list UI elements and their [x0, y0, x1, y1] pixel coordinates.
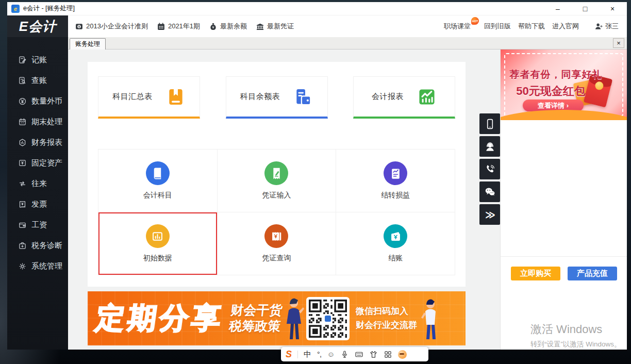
tile-circle — [264, 161, 288, 185]
sidebar-item-fixed-assets[interactable]: 固定资产 — [7, 153, 68, 173]
tile-circle — [384, 224, 407, 248]
doc-search-icon — [18, 76, 27, 85]
phone-icon — [484, 163, 496, 175]
keyboard-icon[interactable] — [355, 350, 363, 359]
sidebar-item-label: 固定资产 — [31, 158, 62, 168]
toolbar-item-standard[interactable]: 2013小企业会计准则 — [75, 22, 148, 31]
app-window: e e会计 - [账务处理] – □ × E会计 2013小企业会计准则 202… — [7, 2, 627, 350]
sidebar-item-label: 发票 — [31, 200, 47, 209]
toolbar-item-latest-balance[interactable]: 最新余额 — [209, 22, 247, 31]
sidebar-item-label: 工资 — [31, 220, 47, 230]
tile-accounting-subjects[interactable]: 会计科目 — [98, 150, 217, 212]
minimize-button[interactable]: – — [554, 5, 562, 13]
banner-headline: 定期分享 — [93, 299, 227, 338]
sidebar-item-label: 查账 — [31, 76, 47, 86]
sidebar-item-tax-diagnosis[interactable]: 税务诊断 — [7, 235, 68, 256]
balance-cards-icon — [293, 87, 313, 107]
service-icon — [484, 141, 496, 153]
tile-closing[interactable]: 结账 — [336, 212, 455, 275]
report-card-subject-balance[interactable]: 科目余额表 — [226, 76, 328, 119]
report-card-accounting-report[interactable]: 会计报表 — [353, 76, 455, 119]
ime-language-mode[interactable]: 中 — [304, 350, 311, 359]
apps-icon[interactable] — [384, 350, 392, 359]
tile-voucher-entry[interactable]: 凭证输入 — [218, 150, 336, 212]
tile-circle — [146, 161, 170, 185]
sidebar-item-transactions[interactable]: 往来 — [7, 173, 68, 194]
yen-circle-icon — [18, 97, 27, 106]
doc-yen-icon — [18, 159, 27, 168]
sidebar-item-financial-report[interactable]: 财务报表 — [7, 132, 68, 153]
medkit-icon — [18, 241, 27, 250]
ime-emoji-button[interactable]: ☺ — [327, 350, 335, 358]
watermark-line1: 激活 Windows — [530, 322, 621, 337]
tile-circle — [384, 161, 407, 185]
sidebar-item-label: 数量外币 — [31, 96, 62, 106]
main-content: 科目汇总表 科目余额表 会计报表 — [68, 49, 500, 350]
sidebar-item-payroll[interactable]: 工资 — [7, 214, 68, 235]
collapse-menu-button[interactable]: ≫ — [479, 204, 500, 225]
gear-icon — [18, 262, 27, 271]
sidebar-item-bookkeeping[interactable]: 记账 — [7, 49, 68, 70]
sidebar-item-label: 财务报表 — [31, 138, 62, 147]
link-career-class[interactable]: 职场课堂 HOT — [444, 22, 471, 31]
toolbar-item-latest-voucher[interactable]: 最新凭证 — [256, 22, 294, 31]
ime-divider — [297, 351, 298, 358]
content-card: 科目汇总表 科目余额表 会计报表 — [88, 62, 466, 287]
calendar-line-icon — [18, 118, 27, 126]
standard-badge-icon — [75, 22, 84, 31]
tab-close-button[interactable]: × — [613, 38, 624, 48]
mic-icon[interactable] — [340, 350, 349, 359]
wechat-contact-button[interactable] — [479, 181, 500, 202]
hot-badge: HOT — [471, 17, 479, 25]
sidebar-item-audit[interactable]: 查账 — [7, 70, 68, 91]
toolbar-item-label: 最新余额 — [220, 22, 247, 31]
report-card-label: 会计报表 — [372, 92, 404, 102]
tile-label: 结账 — [388, 254, 403, 263]
maximize-button[interactable]: □ — [581, 5, 589, 13]
report-shortcuts: 科目汇总表 科目余额表 会计报表 — [98, 76, 455, 119]
tile-voucher-query[interactable]: 凭证查询 — [218, 212, 336, 275]
phone-contact-button[interactable] — [479, 159, 500, 179]
close-button[interactable]: × — [608, 5, 617, 13]
link-old-version[interactable]: 回到旧版 — [484, 22, 511, 31]
buy-now-button[interactable]: 立即购买 — [511, 267, 560, 280]
wallet-icon — [18, 221, 27, 229]
ime-toolbar: S 中 °‚ ☺ — [281, 347, 428, 361]
hex-chart-icon — [18, 138, 27, 147]
sidebar-item-invoice[interactable]: 发票 — [7, 194, 68, 214]
watermark-line2: 转到“设置”以激活 Windows。 — [530, 340, 621, 349]
link-help-download[interactable]: 帮助下载 — [518, 22, 545, 31]
promo-banner[interactable]: 定期分享 财会干货 税筹政策 微信扫码加入 财会行业交流群 — [88, 291, 466, 345]
user-menu[interactable]: 张三 — [594, 22, 619, 31]
tab-account-processing[interactable]: 账务处理 — [70, 38, 106, 49]
panel-divider — [501, 256, 627, 257]
sidebar-item-quantity-currency[interactable]: 数量外币 — [7, 91, 68, 111]
window-title: e会计 - [账务处理] — [23, 4, 75, 13]
user-switch-icon — [594, 22, 603, 31]
qr-code — [306, 297, 350, 340]
tile-label: 初始数据 — [143, 254, 172, 263]
tile-initial-data[interactable]: 初始数据 — [98, 212, 217, 275]
person-illustration-left — [281, 295, 305, 342]
sidebar-item-system-management[interactable]: 系统管理 — [7, 256, 68, 276]
link-official-site[interactable]: 进入官网 — [552, 22, 579, 31]
sidebar-item-label: 期末处理 — [31, 117, 62, 127]
moneybag-icon — [209, 22, 218, 31]
report-card-subject-summary[interactable]: 科目汇总表 — [98, 76, 200, 119]
tile-profit-loss-carryover[interactable]: 结转损益 — [336, 150, 455, 212]
product-recharge-button[interactable]: 产品充值 — [568, 267, 617, 280]
book-solid-icon — [166, 87, 186, 107]
ime-punctuation-toggle[interactable]: °‚ — [317, 350, 322, 358]
toolbar-item-period[interactable]: 2021年1期 — [157, 22, 200, 31]
tile-label: 凭证输入 — [262, 191, 291, 200]
customer-service-button[interactable] — [479, 136, 500, 157]
shirt-icon[interactable] — [369, 350, 378, 359]
sticker-icon[interactable] — [398, 350, 407, 359]
right-panel: 荐者有份，同享好礼 50元现金红包 查看详情 › 立即购买 产品充值 激活 Wi… — [500, 49, 627, 350]
tile-edit-receipt-icon — [270, 167, 284, 180]
sidebar-item-period-end[interactable]: 期末处理 — [7, 111, 68, 132]
sogou-logo-icon[interactable]: S — [286, 349, 292, 360]
tab-strip: 账务处理 × — [68, 37, 627, 49]
referral-ad[interactable]: 荐者有份，同享好礼 50元现金红包 查看详情 › — [501, 49, 627, 120]
mobile-app-button[interactable] — [479, 113, 500, 134]
